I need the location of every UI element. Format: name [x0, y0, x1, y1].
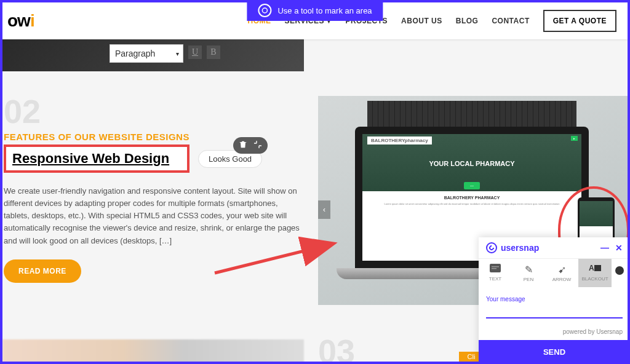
color-picker[interactable] — [615, 266, 624, 275]
delete-icon[interactable] — [238, 140, 248, 151]
site-brand: BALROTHERYpharmacy — [367, 136, 432, 144]
usersnap-widget: usersnap — ✕ TEXT ✎ PEN ➹ ARROW A BLACKO… — [479, 237, 630, 364]
message-input[interactable] — [486, 304, 623, 318]
tool-blackout[interactable]: A BLACKOUT — [578, 259, 612, 287]
annotation-tools: TEXT ✎ PEN ➹ ARROW A BLACKOUT — [479, 258, 630, 287]
arrow-annotation[interactable] — [209, 239, 338, 276]
comment-bubble[interactable]: Looks Good — [198, 150, 262, 168]
body-copy: Lorem ipsum dolor sit amet consectetur a… — [362, 202, 581, 205]
usersnap-logo-icon — [486, 242, 497, 253]
section-03-image — [2, 339, 304, 364]
comment-actions — [233, 137, 268, 154]
logo[interactable]: owi — [7, 11, 34, 31]
bold-icon: B — [207, 46, 220, 59]
nav-about[interactable]: ABOUT US — [401, 17, 442, 25]
annotated-title-row: Responsive Web Design Looks Good — [4, 144, 303, 173]
editor-preview-image: Paragraph ▾ U B — [2, 39, 304, 71]
powered-by[interactable]: powered by Usersnap — [486, 328, 623, 335]
section-03-number: 03 — [318, 332, 355, 364]
blackout-icon: A — [578, 264, 612, 275]
editor-toolbar: U B — [188, 46, 220, 59]
section-number: 02 — [4, 95, 303, 128]
nav-blog[interactable]: BLOG — [456, 17, 479, 25]
highlight-annotation[interactable]: Responsive Web Design — [4, 144, 189, 173]
svg-line-2 — [215, 244, 332, 273]
tool-arrow[interactable]: ➹ ARROW — [545, 259, 578, 287]
carousel-prev[interactable]: ‹ — [318, 200, 330, 219]
message-label: Your message — [486, 296, 623, 303]
annotation-banner: Use a tool to mark an area — [247, 0, 383, 21]
svg-point-0 — [262, 8, 267, 13]
hero-title: YOUR LOCAL PHARMACY — [429, 160, 514, 167]
svg-text:A: A — [589, 264, 594, 272]
svg-rect-7 — [594, 265, 601, 271]
usersnap-brand: usersnap — [486, 242, 539, 253]
send-button[interactable]: SEND — [479, 340, 630, 364]
banner-text: Use a tool to mark an area — [277, 6, 372, 15]
widget-body: Your message powered by Usersnap — [479, 287, 630, 340]
read-more-button[interactable]: READ MORE — [4, 259, 81, 283]
section-title: Responsive Web Design — [12, 151, 181, 167]
usersnap-icon — [258, 4, 271, 17]
contact-badge: ▸ — [571, 136, 578, 141]
close-button[interactable]: ✕ — [615, 243, 623, 253]
get-quote-button[interactable]: GET A QUOTE — [543, 10, 616, 32]
widget-header: usersnap — ✕ — [479, 237, 630, 258]
svg-rect-4 — [492, 266, 499, 267]
resize-icon[interactable] — [253, 140, 263, 151]
paragraph-dropdown: Paragraph ▾ — [110, 44, 183, 63]
minimize-button[interactable]: — — [600, 243, 609, 253]
section-body: We create user-friendly navigation and r… — [4, 185, 303, 247]
tool-text[interactable]: TEXT — [479, 259, 512, 287]
underline-icon: U — [188, 46, 202, 59]
svg-rect-5 — [492, 268, 496, 269]
tool-pen[interactable]: ✎ PEN — [512, 259, 545, 287]
hero-button: — — [464, 182, 480, 189]
pen-icon: ✎ — [512, 264, 545, 275]
dropdown-arrow-icon: ▾ — [176, 50, 179, 57]
arrow-icon: ➹ — [545, 264, 578, 275]
nav-contact[interactable]: CONTACT — [492, 17, 529, 25]
text-icon — [479, 264, 512, 275]
body-title: BALROTHERY PHARMACY — [362, 196, 581, 200]
